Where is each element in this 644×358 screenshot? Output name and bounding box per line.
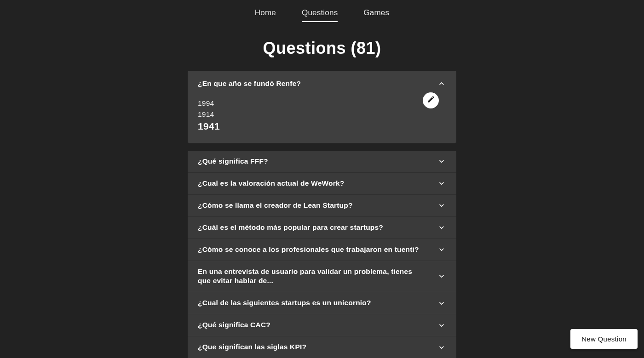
chevron-down-icon bbox=[437, 223, 446, 232]
question-text: ¿En que año se fundó Renfe? bbox=[198, 79, 301, 89]
question-header[interactable]: ¿Cómo se conoce a los profesionales que … bbox=[188, 239, 456, 261]
question-text: ¿Cómo se conoce a los profesionales que … bbox=[198, 245, 419, 255]
chevron-down-icon bbox=[437, 201, 446, 210]
question-text: ¿Cual es la valoración actual de WeWork? bbox=[198, 179, 344, 188]
chevron-down-icon bbox=[437, 157, 446, 166]
question-card[interactable]: ¿Qué significa CAC? bbox=[188, 314, 456, 336]
question-text: ¿Cuál es el método más popular para crea… bbox=[198, 223, 383, 233]
answers-section: 1994 1914 1941 bbox=[188, 94, 456, 132]
page-title: Questions (81) bbox=[0, 39, 644, 58]
chevron-up-icon bbox=[437, 79, 446, 88]
nav-home[interactable]: Home bbox=[255, 8, 276, 22]
new-question-button[interactable]: New Question bbox=[570, 329, 638, 349]
question-header[interactable]: ¿Qué significa CAC? bbox=[188, 314, 456, 336]
question-header[interactable]: En una entrevista de usuario para valida… bbox=[188, 261, 456, 292]
question-card-expanded[interactable]: ¿En que año se fundó Renfe? 1994 1914 19… bbox=[188, 71, 456, 143]
chevron-down-icon bbox=[437, 321, 446, 330]
question-header[interactable]: ¿Qué significa FFF? bbox=[188, 151, 456, 172]
answer-correct: 1941 bbox=[198, 121, 446, 132]
question-header[interactable]: ¿Que significan las siglas KPI? bbox=[188, 336, 456, 358]
nav-questions[interactable]: Questions bbox=[302, 8, 338, 22]
questions-list: ¿En que año se fundó Renfe? 1994 1914 19… bbox=[188, 71, 456, 358]
question-text: ¿Qué significa CAC? bbox=[198, 320, 270, 330]
question-card[interactable]: ¿Cual de las siguientes startups es un u… bbox=[188, 292, 456, 314]
chevron-down-icon bbox=[437, 299, 446, 308]
chevron-down-icon bbox=[437, 245, 446, 254]
answer-option: 1914 bbox=[198, 109, 446, 120]
question-text: ¿Que significan las siglas KPI? bbox=[198, 342, 306, 352]
question-card[interactable]: ¿Cuál es el método más popular para crea… bbox=[188, 217, 456, 239]
question-header[interactable]: ¿Cual de las siguientes startups es un u… bbox=[188, 292, 456, 314]
question-text: ¿Qué significa FFF? bbox=[198, 157, 268, 166]
question-text: ¿Cómo se llama el creador de Lean Startu… bbox=[198, 201, 353, 210]
question-card[interactable]: ¿Cual es la valoración actual de WeWork? bbox=[188, 173, 456, 195]
question-card[interactable]: ¿Que significan las siglas KPI? bbox=[188, 336, 456, 358]
nav-games[interactable]: Games bbox=[363, 8, 389, 22]
question-card[interactable]: En una entrevista de usuario para valida… bbox=[188, 261, 456, 293]
edit-button[interactable] bbox=[423, 92, 439, 108]
question-header[interactable]: ¿Cómo se llama el creador de Lean Startu… bbox=[188, 195, 456, 216]
question-card[interactable]: ¿Qué significa FFF? bbox=[188, 151, 456, 173]
chevron-down-icon bbox=[437, 343, 446, 352]
question-header[interactable]: ¿Cuál es el método más popular para crea… bbox=[188, 217, 456, 239]
chevron-down-icon bbox=[437, 272, 446, 281]
question-text: ¿Cual de las siguientes startups es un u… bbox=[198, 298, 371, 308]
pencil-icon bbox=[427, 95, 435, 105]
question-text: En una entrevista de usuario para valida… bbox=[198, 267, 426, 286]
chevron-down-icon bbox=[437, 179, 446, 188]
question-header[interactable]: ¿En que año se fundó Renfe? bbox=[188, 71, 456, 94]
answer-option: 1994 bbox=[198, 98, 446, 109]
question-card[interactable]: ¿Cómo se conoce a los profesionales que … bbox=[188, 239, 456, 261]
top-nav: Home Questions Games bbox=[0, 0, 644, 28]
question-header[interactable]: ¿Cual es la valoración actual de WeWork? bbox=[188, 173, 456, 194]
question-card[interactable]: ¿Cómo se llama el creador de Lean Startu… bbox=[188, 195, 456, 217]
